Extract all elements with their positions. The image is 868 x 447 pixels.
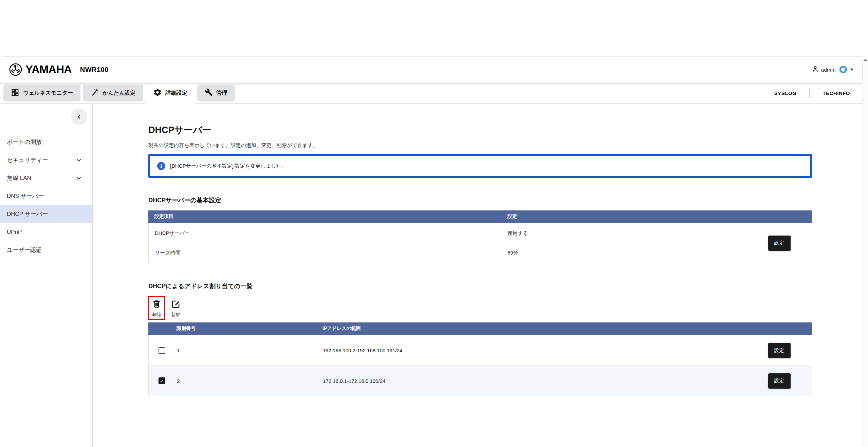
page-title: DHCPサーバー — [148, 124, 812, 136]
table-row: リース時間 59分 — [149, 243, 747, 263]
trash-icon — [152, 299, 161, 310]
setting-item: リース時間 — [149, 250, 501, 256]
basic-settings-table: 設定項目 設定 DHCPサーバー 使用する リース時間 59分 — [148, 210, 812, 263]
tab-label: ウェルネスモニター — [23, 90, 73, 97]
caret-down-icon — [850, 69, 853, 71]
top-bar: YAMAHA NWR100 admin — [0, 57, 862, 82]
tab-detailed-settings[interactable]: 詳細設定 — [146, 85, 195, 110]
dashboard-icon — [11, 88, 19, 98]
app-body: ポートの開放 セキュリティー 無線 LAN DNS サーバー — [0, 104, 862, 447]
new-button[interactable]: 新規 — [168, 296, 183, 320]
row-configure-button[interactable]: 設定 — [768, 373, 791, 389]
techinfo-link[interactable]: TECHINFO — [823, 90, 850, 96]
setting-item: DHCPサーバー — [149, 230, 501, 237]
sidebar-item-label: DNS サーバー — [7, 192, 44, 200]
page-description: 現在の設定内容を表示しています。設定の追加、変更、削除ができます。 — [148, 142, 812, 149]
sidebar-item-label: 無線 LAN — [7, 174, 31, 182]
info-icon — [157, 162, 165, 170]
compose-icon — [171, 299, 180, 310]
main-content: DHCPサーバー 現在の設定内容を表示しています。設定の追加、変更、削除ができま… — [93, 104, 862, 447]
allocation-title: DHCPによるアドレス割り当ての一覧 — [148, 282, 812, 290]
brand: YAMAHA NWR100 — [9, 63, 109, 76]
user-menu[interactable]: admin — [812, 66, 853, 74]
basic-settings-title: DHCPサーバーの基本設定 — [148, 196, 812, 204]
sidebar-item-wireless-lan[interactable]: 無線 LAN — [0, 169, 92, 187]
sidebar-item-label: ポートの開放 — [7, 138, 42, 146]
allocation-table: 識別番号 IPアドレスの範囲 1 192.168.100.2-192.168.1… — [148, 322, 812, 396]
scroll-up-arrow-icon[interactable] — [864, 59, 867, 61]
brand-name: YAMAHA — [25, 63, 72, 76]
tab-management[interactable]: 管理 — [197, 85, 235, 101]
sidebar-item-dhcp-server[interactable]: DHCP サーバー — [0, 205, 92, 223]
tab-bar: ウェルネスモニター かんたん設定 — [0, 82, 862, 104]
sidebar-item-dns-server[interactable]: DNS サーバー — [0, 187, 92, 205]
link-divider — [809, 88, 810, 98]
ip-range: 172.16.0.1-172.16.0.100/24 — [323, 378, 747, 384]
user-name: admin — [821, 67, 836, 73]
allocation-section: DHCPによるアドレス割り当ての一覧 — [148, 282, 812, 396]
ip-range: 192.168.100.2-192.168.100.191/24 — [323, 348, 747, 353]
sidebar-collapse-button[interactable] — [71, 109, 87, 125]
notice-banner: [DHCPサーバーの基本設定] 設定を変更しました。 — [148, 154, 812, 178]
tab-label: 詳細設定 — [166, 90, 187, 97]
delete-label: 削除 — [152, 312, 161, 318]
chevron-down-icon — [75, 157, 82, 164]
chevron-left-icon — [75, 113, 83, 120]
sidebar-item-label: DHCP サーバー — [7, 210, 48, 218]
table-button-column: 設定 — [747, 223, 812, 263]
model-name: NWR100 — [80, 66, 109, 74]
table-row: DHCPサーバー 使用する — [149, 223, 747, 243]
row-checkbox[interactable] — [159, 377, 165, 384]
sidebar: ポートの開放 セキュリティー 無線 LAN DNS サーバー — [0, 104, 93, 447]
chevron-down-icon — [75, 175, 82, 182]
column-header: 識別番号 — [177, 325, 322, 332]
sidebar-nav: ポートの開放 セキュリティー 無線 LAN DNS サーバー — [0, 133, 92, 259]
setting-value: 使用する — [501, 230, 747, 237]
sidebar-item-port-forwarding[interactable]: ポートの開放 — [0, 133, 92, 151]
sidebar-item-user-auth[interactable]: ユーザー認証 — [0, 241, 92, 259]
table-header-row: 設定項目 設定 — [148, 210, 812, 223]
table-row: 1 192.168.100.2-192.168.100.191/24 設定 — [149, 335, 812, 366]
basic-settings-section: DHCPサーバーの基本設定 設定項目 設定 DHCPサーバー 使用する — [148, 196, 812, 263]
basic-settings-configure-button[interactable]: 設定 — [768, 236, 791, 251]
tabs: ウェルネスモニター かんたん設定 — [3, 82, 235, 104]
column-header: IPアドレスの範囲 — [322, 325, 812, 332]
sidebar-item-label: セキュリティー — [7, 156, 48, 164]
column-header: 設定 — [501, 213, 812, 220]
sidebar-item-upnp[interactable]: UPnP — [0, 223, 92, 241]
tab-label: かんたん設定 — [103, 90, 136, 97]
table-row: 2 172.16.0.1-172.16.0.100/24 設定 — [149, 366, 812, 396]
sidebar-item-label: UPnP — [7, 229, 22, 236]
syslog-link[interactable]: SYSLOG — [774, 90, 797, 96]
wrench-icon — [205, 88, 213, 98]
tab-links: SYSLOG TECHINFO — [774, 82, 862, 104]
yamaha-logo-icon — [9, 63, 22, 76]
gear-icon — [153, 88, 162, 98]
sidebar-item-label: ユーザー認証 — [7, 246, 42, 254]
tab-label: 管理 — [217, 90, 227, 97]
app-window: YAMAHA NWR100 admin — [0, 57, 862, 447]
setting-value: 59分 — [501, 250, 747, 256]
tab-easy-setup[interactable]: かんたん設定 — [83, 85, 143, 101]
sidebar-item-security[interactable]: セキュリティー — [0, 151, 92, 169]
row-checkbox[interactable] — [159, 347, 165, 354]
notice-message: [DHCPサーバーの基本設定] 設定を変更しました。 — [170, 163, 287, 169]
allocation-toolbar: 削除 新規 — [148, 296, 812, 320]
column-header: 設定項目 — [148, 213, 501, 220]
row-id: 2 — [177, 378, 323, 384]
user-status-ring-icon — [839, 66, 847, 73]
scrollbar[interactable] — [862, 57, 868, 447]
tab-wellness-monitor[interactable]: ウェルネスモニター — [3, 85, 80, 101]
new-label: 新規 — [171, 312, 180, 318]
delete-button[interactable]: 削除 — [148, 296, 165, 320]
wand-icon — [90, 88, 99, 98]
row-id: 1 — [177, 348, 323, 353]
table-header-row: 識別番号 IPアドレスの範囲 — [148, 322, 812, 335]
user-icon — [812, 66, 819, 74]
row-configure-button[interactable]: 設定 — [768, 343, 791, 358]
